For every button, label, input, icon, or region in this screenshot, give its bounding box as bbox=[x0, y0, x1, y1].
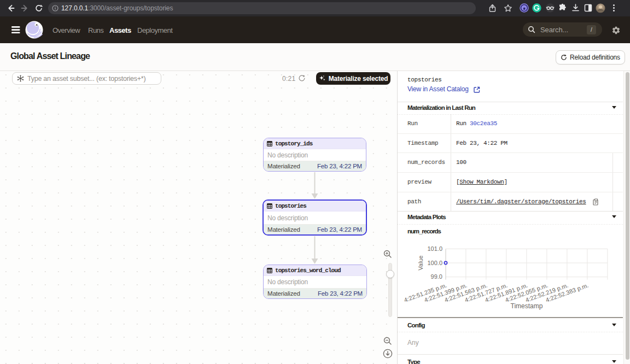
svg-text:99.0: 99.0 bbox=[431, 273, 442, 280]
svg-text:101.0: 101.0 bbox=[427, 245, 442, 252]
svg-text:Value: Value bbox=[417, 255, 424, 270]
svg-text:100.0: 100.0 bbox=[427, 260, 442, 266]
svg-text:Timestamp: Timestamp bbox=[511, 302, 543, 310]
